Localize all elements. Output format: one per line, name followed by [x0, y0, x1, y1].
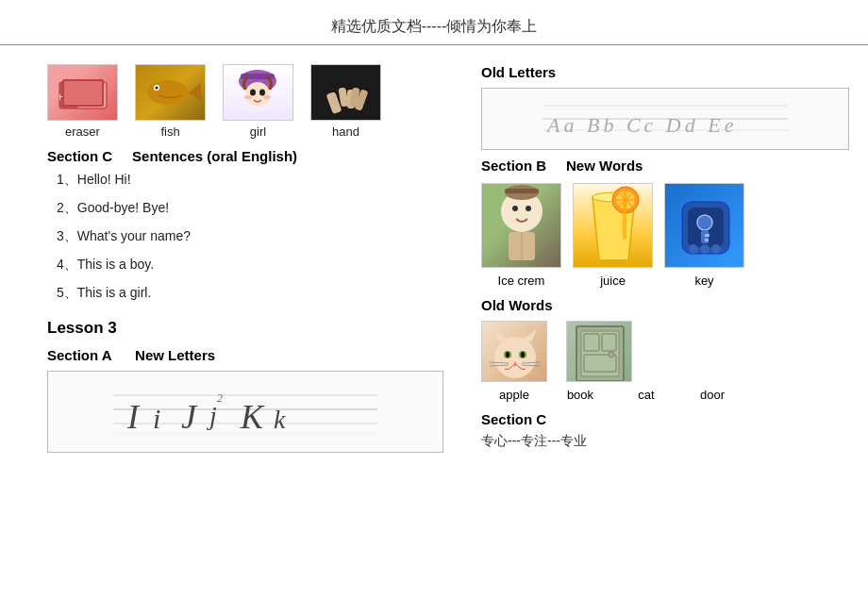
svg-point-52: [697, 215, 712, 230]
svg-point-65: [521, 352, 525, 357]
svg-point-13: [263, 95, 271, 99]
old-words-captions: apple book cat door: [481, 388, 849, 402]
sentence-1: 1、Hello! Hi!: [57, 172, 443, 189]
right-column: Old Letters Aa Bb Cc Dd Ee Section B New…: [462, 55, 868, 462]
svg-rect-38: [505, 189, 539, 193]
svg-rect-55: [705, 239, 709, 241]
cat-svg: [482, 322, 547, 382]
eraser-caption: eraser: [65, 125, 100, 139]
svg-point-10: [250, 90, 256, 96]
old-letters-svg: Aa Bb Cc Dd Ee: [542, 96, 788, 141]
svg-point-6: [156, 87, 159, 90]
hand-caption: hand: [332, 125, 359, 139]
svg-text:HELLO: HELLO: [58, 92, 87, 102]
svg-text:k: k: [274, 405, 286, 434]
juice-svg: [574, 183, 652, 268]
svg-text:K: K: [240, 398, 265, 436]
icecream-image: [481, 183, 561, 268]
svg-point-35: [512, 206, 518, 211]
old-letters-box: Aa Bb Cc Dd Ee: [481, 88, 849, 150]
svg-point-76: [609, 352, 614, 357]
svg-point-57: [700, 244, 709, 254]
svg-text:j: j: [207, 401, 217, 430]
svg-text:i: i: [153, 403, 160, 434]
image-item-girl: girl: [223, 64, 293, 139]
key-caption: key: [664, 274, 744, 288]
image-item-eraser: HELLO eraser: [47, 64, 118, 139]
left-column: HELLO eraser fish: [0, 55, 462, 462]
svg-rect-15: [338, 87, 348, 107]
sentence-2: 2、Good-bye! Bye!: [57, 200, 443, 217]
new-letters-svg: I i J j K k 2: [113, 381, 377, 442]
svg-rect-0: [59, 82, 107, 108]
girl-svg: [227, 64, 289, 121]
svg-point-58: [711, 244, 721, 254]
section-a-heading: Section A New Letters: [47, 347, 443, 363]
icecream-caption: Ice crem: [481, 274, 561, 288]
hand-image: [310, 64, 381, 121]
header-title: 精选优质文档-----倾情为你奉上: [331, 18, 538, 34]
svg-text:I: I: [126, 398, 141, 436]
main-layout: HELLO eraser fish: [0, 55, 868, 462]
eraser-image: HELLO: [47, 64, 118, 121]
svg-text:Aa  Bb  Cc  Dd  Ee: Aa Bb Cc Dd Ee: [545, 113, 737, 137]
fish-svg: [140, 69, 201, 116]
svg-text:2: 2: [217, 391, 223, 405]
icecream-svg: [482, 183, 560, 268]
lesson3-heading: Lesson 3: [47, 319, 443, 338]
svg-point-36: [526, 206, 531, 211]
section-c-right-heading: Section C: [481, 411, 849, 427]
hand-svg: [315, 64, 376, 121]
eraser-svg: HELLO: [52, 69, 113, 116]
old-words-label: Old Words: [481, 297, 849, 313]
sentences-list: 1、Hello! Hi! 2、Good-bye! Bye! 3、What's y…: [47, 172, 443, 302]
image-item-hand: hand: [310, 64, 381, 139]
sentence-4: 4、This is a boy.: [57, 257, 443, 274]
apple-caption: apple: [481, 388, 547, 402]
key-image: [664, 183, 744, 268]
svg-point-9: [245, 82, 270, 107]
cat-caption: cat: [613, 388, 679, 402]
new-words-captions: Ice crem juice key: [481, 274, 849, 288]
svg-text:J: J: [181, 398, 198, 436]
girl-caption: girl: [250, 125, 266, 139]
key-svg: [665, 183, 743, 268]
cat-image: [481, 321, 547, 382]
svg-point-3: [147, 80, 189, 105]
image-item-fish: fish: [135, 64, 206, 139]
door-caption: door: [679, 388, 745, 402]
fish-image: [135, 64, 206, 121]
section-c-heading: Section C Sentences (oral English): [47, 148, 443, 164]
svg-point-64: [506, 352, 509, 357]
book-caption: book: [547, 388, 613, 402]
new-words-images: [481, 183, 849, 268]
page-header: 精选优质文档-----倾情为你奉上: [0, 0, 868, 45]
fish-caption: fish: [160, 125, 179, 139]
svg-point-59: [494, 337, 536, 378]
door-svg: [567, 322, 632, 382]
sentence-3: 3、What's your name?: [57, 228, 443, 245]
girl-image: [223, 64, 293, 121]
svg-rect-1: [59, 82, 78, 108]
svg-rect-54: [705, 234, 709, 237]
footer-text: 专心---专注---专业: [481, 433, 849, 450]
old-words-images: [481, 321, 849, 382]
svg-marker-4: [189, 83, 201, 102]
sentence-5: 5、This is a girl.: [57, 285, 443, 302]
svg-point-12: [244, 95, 252, 99]
old-letters-label: Old Letters: [481, 64, 849, 80]
juice-caption: juice: [573, 274, 653, 288]
images-row: HELLO eraser fish: [47, 64, 443, 139]
new-letters-area: I i J j K k 2: [47, 371, 443, 453]
svg-point-56: [689, 244, 698, 254]
door-image: [566, 321, 632, 382]
svg-point-11: [259, 90, 265, 96]
section-b-heading: Section B New Words: [481, 158, 849, 174]
juice-image: [573, 183, 653, 268]
svg-rect-49: [623, 192, 626, 240]
